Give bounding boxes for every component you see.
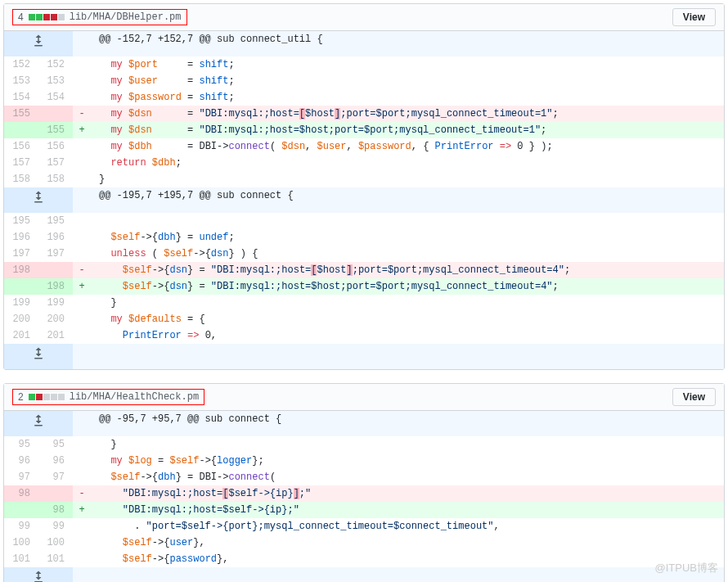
new-line-num[interactable] xyxy=(38,485,73,502)
expand-row[interactable]: @@ -152,7 +152,7 @@ sub connect_util { xyxy=(4,31,724,56)
old-line-num[interactable]: 97 xyxy=(4,469,38,485)
diff-stat-box xyxy=(36,14,43,20)
expand-row[interactable] xyxy=(4,344,724,369)
code-content: $self->{dbh} = undef; xyxy=(91,229,724,246)
code-content: $self->{user}, xyxy=(91,535,724,551)
diff-sign: + xyxy=(73,278,91,295)
diff-sign xyxy=(73,327,91,344)
diff-sign xyxy=(73,138,91,155)
view-button[interactable]: View xyxy=(672,388,716,406)
old-line-num[interactable] xyxy=(4,278,38,295)
diff-sign xyxy=(73,535,91,551)
old-line-num[interactable]: 100 xyxy=(4,535,38,551)
new-line-num[interactable] xyxy=(38,106,73,122)
new-line-num[interactable]: 195 xyxy=(38,213,73,229)
old-line-num[interactable]: 199 xyxy=(4,295,38,311)
old-line-num[interactable]: 99 xyxy=(4,518,38,535)
new-line-num[interactable]: 95 xyxy=(38,436,73,453)
old-line-num[interactable]: 96 xyxy=(4,453,38,469)
diff-line: 195195 xyxy=(4,213,724,229)
diff-sign xyxy=(73,295,91,311)
diff-sign xyxy=(73,56,91,73)
diff-line: 199199 } xyxy=(4,295,724,311)
old-line-num[interactable]: 197 xyxy=(4,246,38,262)
new-line-num[interactable]: 198 xyxy=(38,278,73,295)
old-line-num[interactable]: 155 xyxy=(4,106,38,122)
old-line-num[interactable]: 195 xyxy=(4,213,38,229)
diff-line: 152152 my $port = shift; xyxy=(4,56,724,73)
diff-line: 198+ $self->{dsn} = "DBI:mysql:;host=$ho… xyxy=(4,278,724,295)
diff-sign xyxy=(73,551,91,567)
old-line-num[interactable]: 156 xyxy=(4,138,38,155)
new-line-num[interactable]: 196 xyxy=(38,229,73,246)
diff-line: 9999 . "port=$self->{port};mysql_connect… xyxy=(4,518,724,535)
old-line-num[interactable]: 95 xyxy=(4,436,38,453)
file-block: 4lib/MHA/DBHelper.pmView@@ -152,7 +152,7… xyxy=(3,3,725,370)
new-line-num[interactable]: 201 xyxy=(38,327,73,344)
new-line-num[interactable]: 97 xyxy=(38,469,73,485)
file-info[interactable]: 2lib/MHA/HealthCheck.pm xyxy=(12,389,204,405)
old-line-num[interactable]: 153 xyxy=(4,73,38,89)
code-content: my $port = shift; xyxy=(91,56,724,73)
new-line-num[interactable]: 99 xyxy=(38,518,73,535)
change-count: 2 xyxy=(18,391,24,403)
old-line-num[interactable]: 154 xyxy=(4,89,38,106)
diff-line: 155- my $dsn = "DBI:mysql:;host=[$host];… xyxy=(4,106,724,122)
expand-row[interactable]: @@ -195,7 +195,7 @@ sub connect { xyxy=(4,187,724,213)
diff-line: 200200 my $defaults = { xyxy=(4,311,724,327)
diff-sign xyxy=(73,229,91,246)
old-line-num[interactable]: 98 xyxy=(4,485,38,502)
new-line-num[interactable]: 157 xyxy=(38,155,73,171)
new-line-num[interactable]: 98 xyxy=(38,502,73,518)
old-line-num[interactable] xyxy=(4,122,38,138)
new-line-num[interactable]: 101 xyxy=(38,551,73,567)
code-content: $self->{password}, xyxy=(91,551,724,567)
expand-icon xyxy=(32,34,45,47)
new-line-num[interactable]: 158 xyxy=(38,171,73,187)
new-line-num[interactable]: 154 xyxy=(38,89,73,106)
old-line-num[interactable]: 101 xyxy=(4,551,38,567)
new-line-num[interactable]: 152 xyxy=(38,56,73,73)
diff-stat-box xyxy=(43,14,50,20)
view-button[interactable]: View xyxy=(672,8,716,26)
old-line-num[interactable]: 157 xyxy=(4,155,38,171)
code-content: $self->{dbh} = DBI->connect( xyxy=(91,469,724,485)
diff-line: 158158} xyxy=(4,171,724,187)
expand-row[interactable] xyxy=(4,567,724,582)
diff-sign xyxy=(73,213,91,229)
expand-icon xyxy=(32,347,45,360)
old-line-num[interactable]: 158 xyxy=(4,171,38,187)
old-line-num[interactable]: 198 xyxy=(4,262,38,278)
old-line-num[interactable]: 152 xyxy=(4,56,38,73)
old-line-num[interactable]: 200 xyxy=(4,311,38,327)
diff-stat-box xyxy=(43,394,50,400)
diff-sign xyxy=(73,453,91,469)
old-line-num[interactable] xyxy=(4,502,38,518)
code-content: } xyxy=(91,171,724,187)
new-line-num[interactable]: 199 xyxy=(38,295,73,311)
code-content: my $dsn = "DBI:mysql:;host=$host;port=$p… xyxy=(91,122,724,138)
old-line-num[interactable]: 201 xyxy=(4,327,38,344)
diff-line: 198- $self->{dsn} = "DBI:mysql:;host=[$h… xyxy=(4,262,724,278)
old-line-num[interactable]: 196 xyxy=(4,229,38,246)
diff-line: 98- "DBI:mysql:;host=[$self->{ip}];" xyxy=(4,485,724,502)
diff-line: 9797 $self->{dbh} = DBI->connect( xyxy=(4,469,724,485)
diff-sign xyxy=(73,436,91,453)
expand-icon xyxy=(32,191,45,204)
diff-sign xyxy=(73,155,91,171)
new-line-num[interactable]: 96 xyxy=(38,453,73,469)
code-content: my $user = shift; xyxy=(91,73,724,89)
new-line-num[interactable]: 100 xyxy=(38,535,73,551)
new-line-num[interactable]: 156 xyxy=(38,138,73,155)
new-line-num[interactable]: 155 xyxy=(38,122,73,138)
file-path: lib/MHA/HealthCheck.pm xyxy=(70,391,199,403)
new-line-num[interactable] xyxy=(38,262,73,278)
new-line-num[interactable]: 153 xyxy=(38,73,73,89)
diff-stat-box xyxy=(58,14,65,20)
new-line-num[interactable]: 197 xyxy=(38,246,73,262)
new-line-num[interactable]: 200 xyxy=(38,311,73,327)
file-info[interactable]: 4lib/MHA/DBHelper.pm xyxy=(12,9,187,25)
expand-row[interactable]: @@ -95,7 +95,7 @@ sub connect { xyxy=(4,411,724,436)
diff-table: @@ -152,7 +152,7 @@ sub connect_util {15… xyxy=(4,31,724,369)
diff-table: @@ -95,7 +95,7 @@ sub connect {9595 }969… xyxy=(4,411,724,582)
